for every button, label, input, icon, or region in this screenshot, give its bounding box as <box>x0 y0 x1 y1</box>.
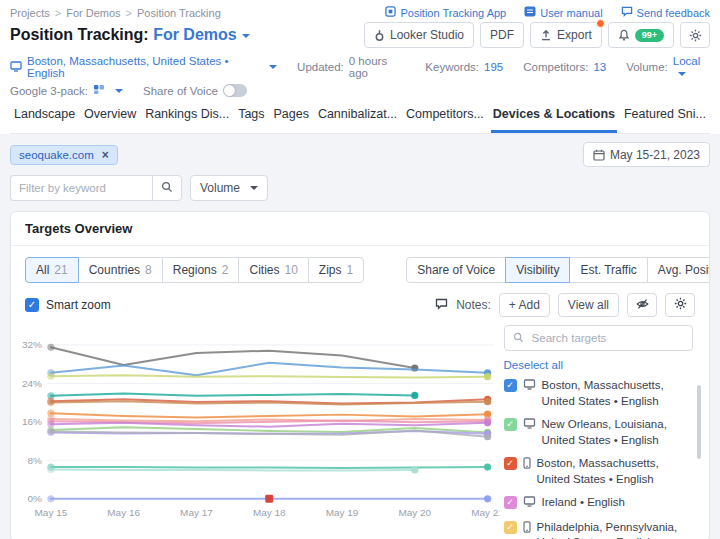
chip-label: seoquake.com <box>19 149 94 161</box>
scope-tab-all[interactable]: All21 <box>25 257 79 283</box>
google-3pack-selector[interactable]: Google 3-pack: <box>10 84 123 97</box>
settings-button[interactable] <box>680 22 710 48</box>
metric-tabs: Share of VoiceVisibilityEst. TrafficAvg.… <box>406 257 710 283</box>
view-all-notes-button[interactable]: View all <box>558 293 619 317</box>
keywords-value[interactable]: 195 <box>484 61 503 73</box>
targets-search[interactable] <box>504 325 693 351</box>
target-item[interactable]: ✓Boston, Massachusetts, United States • … <box>504 456 693 487</box>
metric-tab-avg-position[interactable]: Avg. Position <box>647 257 710 283</box>
calendar-icon <box>593 149 605 161</box>
scope-tab-cities[interactable]: Cities10 <box>238 257 308 283</box>
share-of-voice-setting: Share of Voice <box>143 84 247 97</box>
svg-text:24%: 24% <box>22 378 42 389</box>
scope-tab-count: 2 <box>222 263 229 277</box>
add-note-button[interactable]: + Add <box>499 293 550 317</box>
breadcrumb-item-projects[interactable]: Projects <box>10 7 50 19</box>
tab-devices-locations[interactable]: Devices & Locations <box>491 107 617 133</box>
tab-overview[interactable]: Overview <box>82 107 138 133</box>
note-marker[interactable] <box>265 495 273 503</box>
target-label: New Orleans, Louisiana, United States • … <box>542 417 693 448</box>
pdf-button[interactable]: PDF <box>480 22 524 48</box>
target-checkbox[interactable]: ✓ <box>504 496 517 509</box>
metric-tab-share-of-voice[interactable]: Share of Voice <box>406 257 506 283</box>
mobile-icon <box>523 457 531 474</box>
target-checkbox[interactable]: ✓ <box>504 521 517 534</box>
breadcrumb-item-position-tracking[interactable]: Position Tracking <box>137 7 221 19</box>
tab-landscape[interactable]: Landscape <box>12 107 77 133</box>
main-content: seoquake.com × May 15-21, 2023 Volume Ta… <box>0 134 720 539</box>
chevron-down-icon <box>242 34 250 38</box>
metric-tab-est-traffic[interactable]: Est. Traffic <box>569 257 647 283</box>
keyword-filter-input[interactable] <box>10 175 152 201</box>
checkbox-checked-icon[interactable]: ✓ <box>25 298 39 312</box>
competitors-count: Competitors: 13 <box>523 61 606 73</box>
search-button[interactable] <box>152 175 182 201</box>
svg-text:May 19: May 19 <box>326 507 359 518</box>
target-item[interactable]: ✓Philadelphia, Pennsylvania, United Stat… <box>504 520 693 539</box>
targets-overview-panel: Targets Overview All21Countries8Regions2… <box>10 211 710 539</box>
scope-tab-zips[interactable]: Zips1 <box>308 257 364 283</box>
app-icon <box>385 6 396 19</box>
header-link-user-manual[interactable]: User manual <box>524 6 602 19</box>
scope-tab-countries[interactable]: Countries8 <box>78 257 163 283</box>
header-link-position-tracking-app[interactable]: Position Tracking App <box>385 6 506 19</box>
keywords-count: Keywords: 195 <box>425 61 503 73</box>
svg-text:May 21: May 21 <box>471 507 499 518</box>
date-range-button[interactable]: May 15-21, 2023 <box>583 142 710 167</box>
visibility-chart: 0%8%16%24%32%May 15May 16May 17May 18May… <box>15 323 500 531</box>
looker-studio-button[interactable]: Looker Studio <box>364 22 474 48</box>
notifications-button[interactable]: 99+ <box>608 22 674 48</box>
metric-tab-visibility[interactable]: Visibility <box>505 257 570 283</box>
hide-notes-button[interactable] <box>627 293 657 317</box>
map-pack-icon <box>93 84 105 97</box>
notes-label: Notes: <box>456 298 491 312</box>
targets-scrollbar[interactable] <box>697 385 701 459</box>
feedback-icon <box>621 6 633 19</box>
breadcrumb-separator: > <box>55 7 61 19</box>
eye-off-icon <box>636 298 649 313</box>
top-header: Projects>For Demos>Position Tracking Pos… <box>0 0 720 134</box>
targets-search-input[interactable] <box>530 331 684 345</box>
breadcrumb-item-for-demos[interactable]: For Demos <box>66 7 120 19</box>
header-link-label: Position Tracking App <box>400 7 506 19</box>
scope-tab-label: All <box>36 263 49 277</box>
tab-rankings-dis[interactable]: Rankings Dis... <box>143 107 231 133</box>
scope-tab-label: Countries <box>89 263 140 277</box>
header-link-send-feedback[interactable]: Send feedback <box>621 6 710 19</box>
deselect-all-link[interactable]: Deselect all <box>504 359 693 371</box>
target-item[interactable]: ✓Boston, Massachusetts, United States • … <box>504 378 693 409</box>
project-selector[interactable]: For Demos <box>153 26 250 43</box>
gear-icon <box>689 29 702 42</box>
target-checkbox[interactable]: ✓ <box>504 457 517 470</box>
close-icon[interactable]: × <box>102 149 109 161</box>
mobile-icon <box>523 521 531 538</box>
export-button[interactable]: Export <box>530 22 602 48</box>
tab-featured-sni[interactable]: Featured Sni... <box>622 107 708 133</box>
svg-text:May 20: May 20 <box>398 507 431 518</box>
volume-filter-dropdown[interactable]: Volume <box>190 175 268 201</box>
scope-tab-regions[interactable]: Regions2 <box>162 257 240 283</box>
target-item[interactable]: ✓Ireland • English <box>504 495 693 512</box>
chevron-down-icon <box>115 89 123 93</box>
chart-settings-button[interactable] <box>665 293 695 317</box>
scope-tab-label: Zips <box>319 263 342 277</box>
competitors-value[interactable]: 13 <box>593 61 606 73</box>
tab-cannibalizat[interactable]: Cannibalizat... <box>316 107 399 133</box>
target-checkbox[interactable]: ✓ <box>504 379 517 392</box>
smart-zoom-control[interactable]: ✓ Smart zoom <box>25 298 111 312</box>
header-links: Position Tracking AppUser manualSend fee… <box>385 6 710 19</box>
tab-competitors[interactable]: Competitors... <box>404 107 486 133</box>
tab-tags[interactable]: Tags <box>236 107 266 133</box>
tab-pages[interactable]: Pages <box>271 107 310 133</box>
chevron-down-icon <box>250 186 258 190</box>
svg-text:16%: 16% <box>22 416 42 427</box>
panel-title: Targets Overview <box>11 212 709 246</box>
target-label: Philadelphia, Pennsylvania, United State… <box>537 520 693 539</box>
share-of-voice-toggle[interactable] <box>223 84 247 97</box>
domain-filter-chip[interactable]: seoquake.com × <box>10 145 118 165</box>
chevron-down-icon <box>678 72 686 76</box>
volume-selector[interactable]: Volume: Local <box>626 55 710 79</box>
target-item[interactable]: ✓New Orleans, Louisiana, United States •… <box>504 417 693 448</box>
location-selector[interactable]: Boston, Massachusetts, United States • E… <box>10 55 277 79</box>
target-checkbox[interactable]: ✓ <box>504 418 517 431</box>
